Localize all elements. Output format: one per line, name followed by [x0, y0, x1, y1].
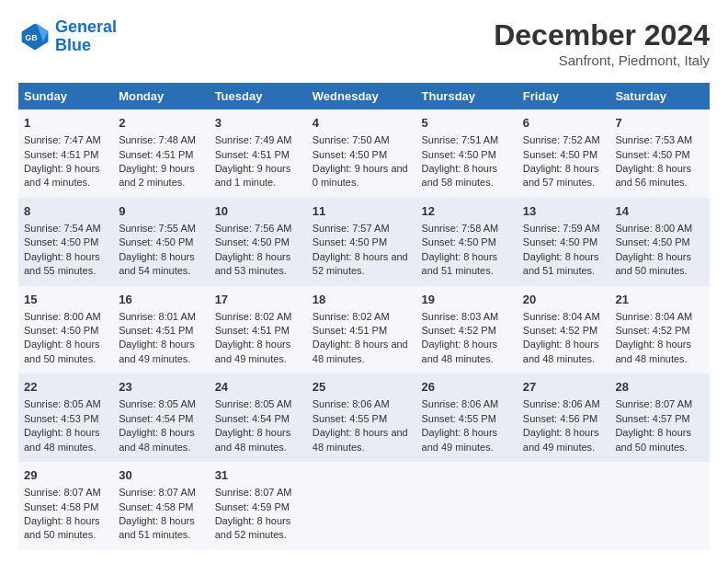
calendar-cell: 8Sunrise: 7:54 AMSunset: 4:50 PMDaylight…: [18, 198, 113, 286]
calendar-cell: 17Sunrise: 8:02 AMSunset: 4:51 PMDayligh…: [210, 286, 307, 374]
daylight: Daylight: 8 hours and 48 minutes.: [215, 427, 291, 452]
daylight: Daylight: 9 hours and 2 minutes.: [119, 163, 195, 188]
daylight: Daylight: 9 hours and 4 minutes.: [24, 163, 100, 188]
day-number: 10: [215, 203, 301, 220]
header-row: SundayMondayTuesdayWednesdayThursdayFrid…: [18, 83, 710, 109]
calendar-cell: 23Sunrise: 8:05 AMSunset: 4:54 PMDayligh…: [113, 373, 209, 462]
daylight: Daylight: 8 hours and 57 minutes.: [523, 163, 599, 188]
sunrise: Sunrise: 8:05 AM: [215, 398, 292, 409]
sunrise: Sunrise: 8:02 AM: [215, 311, 292, 322]
sunset: Sunset: 4:52 PM: [615, 325, 689, 336]
sunset: Sunset: 4:59 PM: [215, 501, 290, 512]
sunrise: Sunrise: 7:48 AM: [119, 134, 196, 145]
calendar-cell: 10Sunrise: 7:56 AMSunset: 4:50 PMDayligh…: [210, 198, 307, 286]
sunrise: Sunrise: 7:50 AM: [313, 134, 390, 145]
day-number: 2: [119, 115, 203, 132]
sunset: Sunset: 4:51 PM: [119, 325, 193, 336]
sunset: Sunset: 4:50 PM: [523, 149, 597, 160]
calendar-cell: 13Sunrise: 7:59 AMSunset: 4:50 PMDayligh…: [518, 198, 610, 286]
daylight: Daylight: 8 hours and 50 minutes.: [615, 427, 691, 452]
calendar-cell: 5Sunrise: 7:51 AMSunset: 4:50 PMDaylight…: [416, 109, 518, 198]
daylight: Daylight: 8 hours and 55 minutes.: [24, 251, 100, 276]
sunrise: Sunrise: 8:05 AM: [119, 398, 196, 409]
daylight: Daylight: 9 hours and 1 minute.: [215, 163, 291, 188]
sunset: Sunset: 4:51 PM: [313, 325, 387, 336]
weekday-header: Friday: [518, 83, 610, 109]
sunset: Sunset: 4:52 PM: [523, 325, 597, 336]
sunrise: Sunrise: 8:05 AM: [24, 398, 101, 409]
calendar-cell: 15Sunrise: 8:00 AMSunset: 4:50 PMDayligh…: [18, 286, 113, 374]
day-number: 30: [119, 467, 203, 484]
daylight: Daylight: 8 hours and 48 minutes.: [313, 339, 408, 363]
sunset: Sunset: 4:53 PM: [24, 413, 98, 424]
day-number: 18: [313, 292, 411, 308]
title-block: December 2024 Sanfront, Piedmont, Italy: [494, 18, 710, 68]
sunrise: Sunrise: 8:07 AM: [119, 487, 196, 498]
sunrise: Sunrise: 8:06 AM: [313, 398, 390, 409]
daylight: Daylight: 8 hours and 48 minutes.: [313, 427, 408, 452]
daylight: Daylight: 8 hours and 48 minutes.: [422, 339, 498, 363]
sunset: Sunset: 4:51 PM: [24, 149, 98, 160]
sunrise: Sunrise: 8:07 AM: [615, 398, 692, 409]
calendar-cell: 31Sunrise: 8:07 AMSunset: 4:59 PMDayligh…: [210, 462, 307, 550]
daylight: Daylight: 8 hours and 49 minutes.: [422, 427, 498, 452]
sunset: Sunset: 4:58 PM: [119, 501, 193, 512]
calendar-week-row: 15Sunrise: 8:00 AMSunset: 4:50 PMDayligh…: [18, 286, 710, 374]
calendar-cell: 27Sunrise: 8:06 AMSunset: 4:56 PMDayligh…: [518, 373, 610, 462]
day-number: 1: [24, 115, 108, 132]
daylight: Daylight: 8 hours and 54 minutes.: [119, 251, 195, 276]
calendar-cell: 24Sunrise: 8:05 AMSunset: 4:54 PMDayligh…: [210, 373, 307, 462]
sunset: Sunset: 4:50 PM: [215, 236, 290, 247]
calendar-week-row: 8Sunrise: 7:54 AMSunset: 4:50 PMDaylight…: [18, 198, 710, 286]
calendar-cell: [609, 462, 710, 550]
sunrise: Sunrise: 7:59 AM: [523, 223, 600, 234]
daylight: Daylight: 9 hours and 0 minutes.: [313, 163, 408, 188]
calendar-week-row: 1Sunrise: 7:47 AMSunset: 4:51 PMDaylight…: [18, 109, 710, 198]
day-number: 22: [24, 379, 108, 396]
calendar-cell: 21Sunrise: 8:04 AMSunset: 4:52 PMDayligh…: [609, 286, 710, 374]
logo-icon: GB: [18, 20, 51, 53]
calendar-cell: 1Sunrise: 7:47 AMSunset: 4:51 PMDaylight…: [18, 109, 113, 198]
sunrise: Sunrise: 8:07 AM: [24, 487, 101, 498]
daylight: Daylight: 8 hours and 56 minutes.: [615, 163, 691, 188]
sunset: Sunset: 4:55 PM: [422, 413, 496, 424]
day-number: 11: [313, 203, 411, 220]
day-number: 23: [119, 379, 203, 396]
day-number: 15: [24, 292, 108, 308]
sunset: Sunset: 4:50 PM: [24, 236, 98, 247]
calendar-cell: 19Sunrise: 8:03 AMSunset: 4:52 PMDayligh…: [416, 286, 518, 374]
calendar-cell: 6Sunrise: 7:52 AMSunset: 4:50 PMDaylight…: [518, 109, 610, 198]
svg-text:GB: GB: [25, 32, 38, 41]
sunrise: Sunrise: 8:01 AM: [119, 311, 196, 322]
daylight: Daylight: 8 hours and 50 minutes.: [24, 515, 100, 540]
sunrise: Sunrise: 8:00 AM: [615, 223, 692, 234]
calendar-cell: [518, 462, 610, 550]
day-number: 12: [422, 203, 512, 220]
calendar-table: SundayMondayTuesdayWednesdayThursdayFrid…: [18, 83, 710, 550]
sunrise: Sunrise: 8:04 AM: [615, 311, 692, 322]
sunrise: Sunrise: 8:07 AM: [215, 487, 292, 498]
daylight: Daylight: 8 hours and 58 minutes.: [422, 163, 498, 188]
sunset: Sunset: 4:50 PM: [615, 149, 689, 160]
calendar-week-row: 22Sunrise: 8:05 AMSunset: 4:53 PMDayligh…: [18, 373, 710, 462]
day-number: 17: [215, 292, 301, 308]
sunset: Sunset: 4:54 PM: [215, 413, 290, 424]
calendar-cell: [307, 462, 416, 550]
calendar-week-row: 29Sunrise: 8:07 AMSunset: 4:58 PMDayligh…: [18, 462, 710, 550]
sunset: Sunset: 4:50 PM: [523, 236, 597, 247]
day-number: 14: [615, 203, 704, 220]
calendar-cell: 4Sunrise: 7:50 AMSunset: 4:50 PMDaylight…: [307, 109, 416, 198]
day-number: 25: [313, 379, 411, 396]
day-number: 7: [615, 115, 704, 132]
day-number: 3: [215, 115, 301, 132]
sunset: Sunset: 4:56 PM: [523, 413, 597, 424]
calendar-cell: 30Sunrise: 8:07 AMSunset: 4:58 PMDayligh…: [113, 462, 209, 550]
day-number: 27: [523, 379, 605, 396]
day-number: 13: [523, 203, 605, 220]
logo: GB General Blue: [18, 18, 117, 55]
day-number: 19: [422, 292, 512, 308]
calendar-cell: 11Sunrise: 7:57 AMSunset: 4:50 PMDayligh…: [307, 198, 416, 286]
logo-text: General Blue: [55, 18, 117, 55]
weekday-header: Wednesday: [307, 83, 416, 109]
sunrise: Sunrise: 7:55 AM: [119, 223, 196, 234]
